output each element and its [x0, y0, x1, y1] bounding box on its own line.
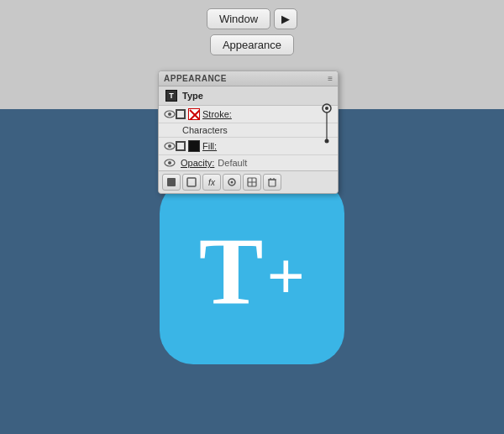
button-row-1: Window ▶	[207, 8, 297, 29]
arrow-button[interactable]: ▶	[274, 8, 297, 29]
toolbar-btn-grid[interactable]	[243, 174, 261, 191]
characters-label: Characters	[182, 125, 228, 135]
panel-title-bar: APPEARANCE ≡	[159, 71, 338, 86]
appearance-button[interactable]: Appearance	[210, 34, 294, 55]
svg-point-15	[231, 181, 234, 184]
window-button[interactable]: Window	[207, 8, 270, 29]
fill-row: Fill:	[159, 138, 338, 155]
opacity-label[interactable]: Opacity:	[181, 158, 214, 168]
svg-rect-19	[269, 180, 276, 186]
svg-point-5	[325, 107, 328, 110]
type-t-icon: T	[169, 92, 174, 100]
panel-toolbar: fx	[159, 170, 338, 193]
type-icon-box: T	[165, 90, 177, 102]
toolbar-btn-new-layer[interactable]	[162, 174, 181, 191]
stroke-color-none-box[interactable]	[188, 108, 200, 120]
svg-point-9	[168, 144, 171, 148]
bezier-connector	[318, 102, 335, 148]
toolbar-btn-circle[interactable]	[223, 174, 241, 191]
fill-stroke-box	[176, 141, 186, 151]
toolbar-btn-square[interactable]	[182, 174, 201, 191]
eye-icon-stroke	[164, 110, 176, 118]
svg-rect-12	[167, 178, 176, 186]
app-icon: T +	[160, 180, 344, 364]
icon-t-letter: T	[199, 223, 264, 320]
app-icon-text: T +	[199, 223, 305, 320]
stroke-row: Stroke:	[159, 106, 338, 123]
opacity-row: Opacity: Default	[159, 155, 338, 170]
fill-label[interactable]: Fill:	[202, 141, 217, 151]
panel-title: APPEARANCE	[164, 74, 227, 83]
toolbar-btn-fx[interactable]: fx	[202, 174, 221, 191]
icon-plus-symbol: +	[267, 243, 306, 310]
stroke-box-indicator	[176, 109, 186, 119]
appearance-panel: APPEARANCE ≡ T Type Stroke:	[158, 71, 339, 194]
svg-point-7	[325, 139, 329, 144]
stroke-label[interactable]: Stroke:	[202, 109, 232, 119]
svg-point-11	[168, 161, 171, 165]
svg-point-1	[168, 112, 171, 116]
eye-icon-fill	[164, 142, 176, 150]
panel-type-row: T Type	[159, 86, 338, 106]
panel-collapse-icon[interactable]: ≡	[328, 74, 333, 83]
fill-color-box[interactable]	[188, 140, 200, 152]
button-row-2: Appearance	[210, 34, 294, 55]
characters-row: Characters	[159, 123, 338, 138]
type-label: Type	[182, 91, 203, 101]
toolbar-btn-delete[interactable]	[263, 174, 281, 191]
eye-icon-opacity	[164, 159, 176, 167]
svg-rect-13	[187, 178, 196, 186]
opacity-value: Default	[218, 158, 247, 168]
